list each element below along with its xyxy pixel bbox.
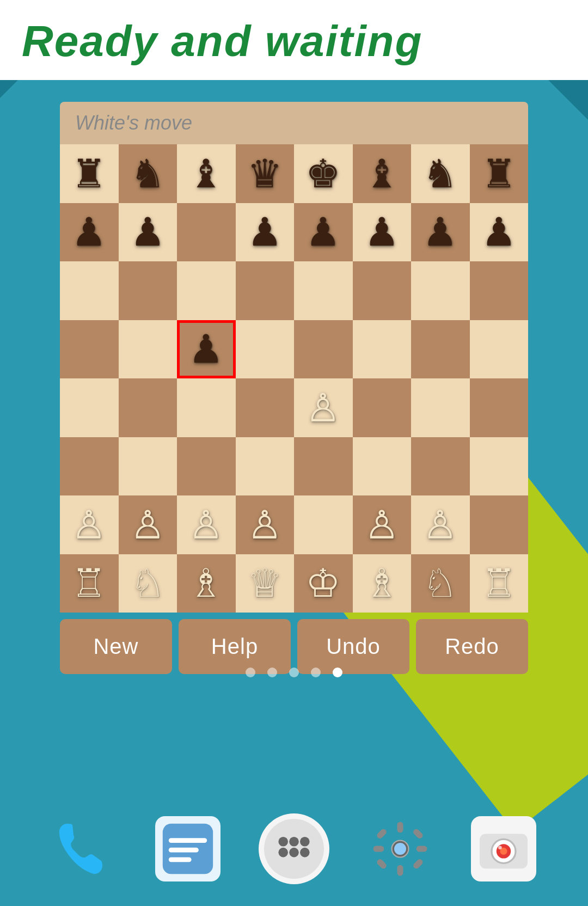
- cell-4-5[interactable]: [353, 378, 412, 437]
- svg-point-5: [278, 837, 288, 847]
- cell-1-2[interactable]: [177, 203, 236, 262]
- piece-white-bishop-7-2: ♗: [188, 564, 224, 603]
- cell-5-2[interactable]: [177, 437, 236, 496]
- svg-rect-18: [412, 828, 424, 840]
- cell-7-3[interactable]: ♕: [236, 554, 295, 613]
- cell-2-6[interactable]: [411, 261, 470, 320]
- cell-1-4[interactable]: ♟: [294, 203, 353, 262]
- cell-5-1[interactable]: [119, 437, 177, 496]
- cell-1-0[interactable]: ♟: [60, 203, 119, 262]
- cell-1-5[interactable]: ♟: [353, 203, 412, 262]
- cell-3-2[interactable]: ♟: [177, 320, 236, 379]
- cell-3-4[interactable]: [294, 320, 353, 379]
- cell-1-7[interactable]: ♟: [470, 203, 529, 262]
- cell-2-2[interactable]: [177, 261, 236, 320]
- cell-4-1[interactable]: [119, 378, 177, 437]
- cell-3-0[interactable]: [60, 320, 119, 379]
- cell-2-3[interactable]: [236, 261, 295, 320]
- cell-0-5[interactable]: ♝: [353, 144, 412, 203]
- piece-black-pawn-1-6: ♟: [422, 212, 458, 252]
- cell-3-1[interactable]: [119, 320, 177, 379]
- cell-0-3[interactable]: ♛: [236, 144, 295, 203]
- cell-6-1[interactable]: ♙: [119, 495, 177, 554]
- cell-7-1[interactable]: ♘: [119, 554, 177, 613]
- cell-3-3[interactable]: [236, 320, 295, 379]
- undo-button[interactable]: Undo: [297, 619, 409, 674]
- page-dot-2[interactable]: [289, 668, 299, 677]
- cell-5-5[interactable]: [353, 437, 412, 496]
- cell-4-7[interactable]: [470, 378, 529, 437]
- cell-2-5[interactable]: [353, 261, 412, 320]
- cell-4-4[interactable]: ♙: [294, 378, 353, 437]
- cell-7-4[interactable]: ♔: [294, 554, 353, 613]
- cell-5-3[interactable]: [236, 437, 295, 496]
- cell-3-6[interactable]: [411, 320, 470, 379]
- piece-black-pawn-1-7: ♟: [481, 212, 517, 252]
- cell-6-5[interactable]: ♙: [353, 495, 412, 554]
- cell-2-7[interactable]: [470, 261, 529, 320]
- dock: [0, 813, 588, 884]
- cell-0-7[interactable]: ♜: [470, 144, 529, 203]
- cell-7-6[interactable]: ♘: [411, 554, 470, 613]
- piece-white-bishop-7-5: ♗: [364, 564, 400, 603]
- cell-0-4[interactable]: ♚: [294, 144, 353, 203]
- cell-1-1[interactable]: ♟: [119, 203, 177, 262]
- header: Ready and waiting: [0, 0, 588, 80]
- cell-4-0[interactable]: [60, 378, 119, 437]
- cell-0-0[interactable]: ♜: [60, 144, 119, 203]
- svg-point-6: [289, 837, 299, 847]
- cell-4-6[interactable]: [411, 378, 470, 437]
- piece-black-bishop-0-5: ♝: [364, 154, 400, 193]
- cell-2-0[interactable]: [60, 261, 119, 320]
- cell-0-1[interactable]: ♞: [119, 144, 177, 203]
- cell-5-4[interactable]: [294, 437, 353, 496]
- piece-black-king-0-4: ♚: [305, 154, 341, 193]
- cell-5-6[interactable]: [411, 437, 470, 496]
- piece-white-king-7-4: ♔: [305, 564, 341, 603]
- page-dot-4[interactable]: [333, 668, 342, 677]
- cell-6-2[interactable]: ♙: [177, 495, 236, 554]
- status-text: White's move: [75, 112, 192, 134]
- camera-icon[interactable]: [471, 816, 536, 881]
- settings-icon[interactable]: [367, 816, 433, 881]
- cell-7-0[interactable]: ♖: [60, 554, 119, 613]
- cell-6-3[interactable]: ♙: [236, 495, 295, 554]
- new-button[interactable]: New: [60, 619, 172, 674]
- cell-3-7[interactable]: [470, 320, 529, 379]
- cell-4-2[interactable]: [177, 378, 236, 437]
- piece-black-pawn-3-2: ♟: [188, 329, 224, 369]
- svg-point-12: [394, 843, 406, 855]
- apps-icon[interactable]: [259, 813, 329, 884]
- cell-0-2[interactable]: ♝: [177, 144, 236, 203]
- cell-3-5[interactable]: [353, 320, 412, 379]
- header-title: Ready and waiting: [22, 16, 566, 66]
- piece-black-pawn-1-1: ♟: [130, 212, 166, 252]
- cell-6-0[interactable]: ♙: [60, 495, 119, 554]
- svg-rect-14: [397, 865, 403, 876]
- cell-7-2[interactable]: ♗: [177, 554, 236, 613]
- cell-5-0[interactable]: [60, 437, 119, 496]
- page-dot-1[interactable]: [267, 668, 277, 677]
- cell-7-5[interactable]: ♗: [353, 554, 412, 613]
- phone-icon[interactable]: [52, 816, 117, 881]
- svg-point-26: [498, 846, 502, 850]
- cell-2-1[interactable]: [119, 261, 177, 320]
- cell-1-6[interactable]: ♟: [411, 203, 470, 262]
- cell-6-7[interactable]: [470, 495, 529, 554]
- cell-6-6[interactable]: ♙: [411, 495, 470, 554]
- help-button[interactable]: Help: [179, 619, 291, 674]
- cell-4-3[interactable]: [236, 378, 295, 437]
- page-dot-3[interactable]: [311, 668, 321, 677]
- cell-5-7[interactable]: [470, 437, 529, 496]
- cell-7-7[interactable]: ♖: [470, 554, 529, 613]
- svg-rect-3: [169, 857, 192, 862]
- page-dot-0[interactable]: [246, 668, 255, 677]
- cell-2-4[interactable]: [294, 261, 353, 320]
- cell-0-6[interactable]: ♞: [411, 144, 470, 203]
- chess-widget: White's move ♜♞♝♛♚♝♞♜♟♟♟♟♟♟♟♟♙♙♙♙♙♙♙♖♘♗♕…: [60, 102, 528, 674]
- cell-6-4[interactable]: [294, 495, 353, 554]
- chess-board[interactable]: ♜♞♝♛♚♝♞♜♟♟♟♟♟♟♟♟♙♙♙♙♙♙♙♖♘♗♕♔♗♘♖: [60, 144, 528, 613]
- cell-1-3[interactable]: ♟: [236, 203, 295, 262]
- redo-button[interactable]: Redo: [416, 619, 528, 674]
- messages-icon[interactable]: [155, 816, 220, 881]
